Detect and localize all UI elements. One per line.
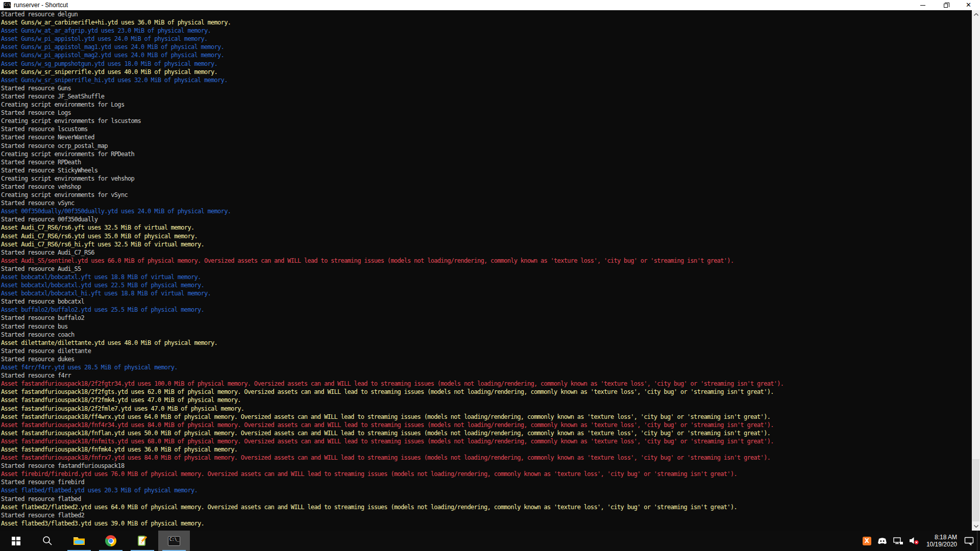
taskbar-chrome-button[interactable] [95, 531, 127, 551]
taskbar-file-explorer-button[interactable] [63, 531, 95, 551]
console-line: Asset 00f350dually/00f350dually.ytd uses… [0, 207, 972, 215]
console-line: Started resource coach [0, 331, 972, 339]
notification-bubble-icon [964, 537, 974, 545]
console-line: Creating script environments for RPDeath [0, 150, 972, 158]
console-line: Started resource JF_SeatShuffle [0, 92, 972, 101]
console-line: Asset bobcatxl/bobcatxl.ytd uses 22.5 Mi… [0, 281, 972, 289]
console-line: Started resource Audi_S5 [0, 265, 972, 273]
chevron-down-icon [974, 525, 978, 528]
window-controls: ✕ [911, 0, 980, 10]
console-line: Asset Guns/w_sr_sniperrifle.ytd uses 40.… [0, 68, 972, 76]
tray-volume-button[interactable] [906, 531, 922, 551]
minimize-button[interactable] [911, 0, 934, 10]
minimize-icon [920, 5, 925, 6]
console-line: Started resource vehshop [0, 183, 972, 191]
console-line: Asset Guns/w_pi_appistol_mag2.ytd uses 2… [0, 51, 972, 59]
console-output: Started resource delgunAsset Guns/w_ar_c… [0, 10, 972, 528]
start-button[interactable] [0, 531, 32, 551]
xampp-icon: X [863, 537, 871, 545]
console-line: Started resource vSync [0, 199, 972, 207]
console-line: Asset flatbed2/flatbed2.ytd uses 64.0 Mi… [0, 503, 972, 511]
tray-network-button[interactable] [890, 531, 906, 551]
restore-icon [944, 4, 948, 8]
notepad-plus-plus-icon [137, 535, 148, 546]
console-line: Started resource f4rr [0, 371, 972, 380]
console-line: Asset Audi_C7_RS6/rs6.ytd uses 35.0 MiB … [0, 232, 972, 240]
console-line: Asset Guns/w_pi_appistol.ytd uses 24.0 M… [0, 35, 972, 43]
console-line: Started resource flatbed [0, 495, 972, 503]
tray-discord-button[interactable] [874, 531, 890, 551]
search-icon [42, 535, 53, 546]
console-line: Asset Audi_S5/sentinel.ytd uses 66.0 MiB… [0, 257, 972, 265]
console-line: Asset fastandfuriouspack18/fnflan.ytd us… [0, 429, 972, 437]
console-line: Asset Guns/w_at_ar_afgrip.ytd uses 23.0 … [0, 27, 972, 35]
console-line: Started resource StickyWheels [0, 166, 972, 174]
restore-button[interactable] [934, 0, 957, 10]
tray-xampp-button[interactable]: X [860, 531, 874, 551]
title-bar: runserver - Shortcut ✕ [0, 0, 980, 10]
chevron-up-icon [974, 13, 978, 16]
console-line: Started resource bobcatxl [0, 297, 972, 306]
chrome-icon [105, 535, 116, 546]
taskbar [0, 531, 980, 551]
console-line: Started resource firebird [0, 478, 972, 486]
console-line: Started resource NeverWanted [0, 133, 972, 141]
console-line: Started resource bus [0, 322, 972, 331]
console-line: Started resource Logs [0, 109, 972, 117]
scrollbar-up-button[interactable] [972, 10, 980, 19]
console-scrollbar[interactable] [972, 10, 980, 531]
console-line: Asset fastandfuriouspack18/2f2fgtr34.ytd… [0, 380, 972, 388]
console-line: Asset fastandfuriouspack18/2f2fmle7.ytd … [0, 405, 972, 413]
console-line: Asset flatbed3/flatbed3.ytd uses 39.0 Mi… [0, 519, 972, 528]
network-icon [893, 537, 903, 545]
tray-time: 8:18 AM [926, 534, 957, 541]
console-line: Asset firebird/firebird.ytd uses 76.0 Mi… [0, 470, 972, 478]
console-line: Asset Audi_C7_RS6/rs6_hi.yft uses 32.5 M… [0, 240, 972, 248]
action-center-button[interactable] [961, 531, 977, 551]
console-line: Asset Guns/w_sr_sniperrifle_hi.ytd uses … [0, 76, 972, 84]
console-line: Asset bobcatxl/bobcatxl.yft uses 18.8 Mi… [0, 273, 972, 281]
discord-icon [877, 537, 887, 545]
console-line: Asset flatbed/flatbed.ytd uses 20.3 MiB … [0, 486, 972, 494]
taskbar-notepad-plus-plus-button[interactable] [127, 531, 158, 551]
console-line: Started resource dukes [0, 355, 972, 363]
console-line: Started resource Guns [0, 84, 972, 92]
console-line: Asset fastandfuriouspack18/ff4wrx.ytd us… [0, 413, 972, 421]
console-line: Asset fastandfuriouspack18/fnfmk4.ytd us… [0, 445, 972, 454]
console-line: Asset Guns/w_sg_pumpshotgun.ytd uses 18.… [0, 60, 972, 68]
console-line: Started resource buffalo2 [0, 314, 972, 322]
scrollbar-thumb[interactable] [972, 459, 979, 521]
cmd-icon [168, 536, 180, 546]
console-line: Asset f4rr/f4rr.ytd uses 28.5 MiB of phy… [0, 363, 972, 371]
close-button[interactable]: ✕ [957, 0, 980, 10]
cmd-window-icon[interactable] [4, 2, 11, 8]
console-line: Asset bobcatxl/bobcatxl_hi.yft uses 18.8… [0, 289, 972, 297]
console-line: Started resource lscustoms [0, 125, 972, 133]
volume-muted-icon [909, 537, 919, 545]
console-line: Started resource 00f350dually [0, 215, 972, 223]
system-tray: X 8:18 AM 10/19/2020 [860, 531, 980, 551]
console-line: Asset Audi_C7_RS6/rs6.yft uses 32.5 MiB … [0, 223, 972, 232]
console-line: Asset Guns/w_pi_appistol_mag1.ytd uses 2… [0, 43, 972, 51]
window-title: runserver - Shortcut [14, 0, 68, 10]
scrollbar-down-button[interactable] [972, 522, 980, 531]
taskbar-search-button[interactable] [32, 531, 63, 551]
tray-clock[interactable]: 8:18 AM 10/19/2020 [922, 534, 961, 548]
console-line: Started resource ocrp_postal_map [0, 142, 972, 150]
console-line: Started resource delgun [0, 10, 972, 18]
console-window[interactable]: Started resource delgunAsset Guns/w_ar_c… [0, 10, 972, 531]
windows-logo-icon [12, 537, 20, 545]
console-line: Asset fastandfuriouspack18/fnfmits.ytd u… [0, 437, 972, 445]
console-line: Creating script environments for Logs [0, 101, 972, 109]
taskbar-command-prompt-button[interactable] [158, 531, 190, 551]
console-line: Creating script environments for vehshop [0, 174, 972, 183]
console-line: Creating script environments for vSync [0, 191, 972, 199]
show-desktop-button[interactable] [977, 531, 980, 551]
console-line: Started resource Audi_C7_RS6 [0, 248, 972, 257]
console-line: Asset Guns/w_ar_carbinerifle+hi.ytd uses… [0, 18, 972, 27]
console-line: Started resource RPDeath [0, 158, 972, 166]
console-line: Started resource dilettante [0, 347, 972, 355]
console-line: Asset buffalo2/buffalo2.ytd uses 25.5 Mi… [0, 306, 972, 314]
console-line: Asset dilettante/dilettante.ytd uses 48.… [0, 339, 972, 347]
console-line: Asset fastandfuriouspack18/2f2fgts.ytd u… [0, 388, 972, 396]
